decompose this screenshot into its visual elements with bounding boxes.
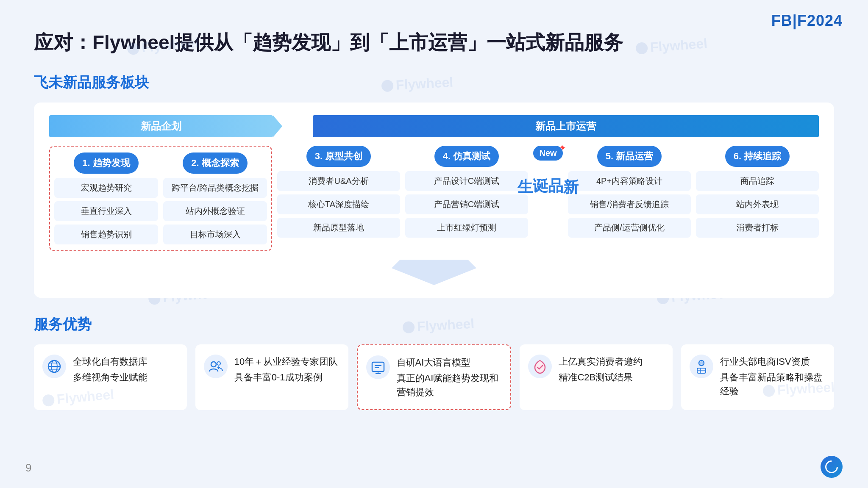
adv-line-2-1: 10年＋从业经验专家团队: [234, 355, 338, 369]
svg-point-6: [211, 362, 216, 367]
banner-left: 新品企划: [49, 115, 273, 137]
new-birth-section: New ✦ 新品诞生: [533, 146, 563, 251]
advantages-cards: 全球化自有数据库 多维视角专业赋能 10年＋: [34, 344, 834, 410]
adv-line-3-2: 真正的AI赋能趋势发现和营销提效: [397, 371, 502, 399]
adv-line-5-2: 具备丰富新品策略和操盘经验: [720, 370, 826, 398]
step3-header: 3. 原型共创: [306, 146, 371, 167]
svg-rect-10: [372, 362, 384, 372]
steps-row: 1. 趋势发现 宏观趋势研究 垂直行业深入 销售趋势识别 2. 概念探索 跨平台…: [49, 146, 819, 251]
banner-right: 新品上市运营: [313, 115, 819, 137]
adv-icon-2: [204, 355, 228, 378]
step-block-2: 2. 概念探索 跨平台/跨品类概念挖掘 站内外概念验证 目标市场深入: [163, 152, 267, 244]
step5-item-2: 销售/消费者反馈追踪: [568, 194, 691, 214]
adv-line-2-2: 具备丰富0-1成功案例: [234, 370, 338, 384]
step2-items: 跨平台/跨品类概念挖掘 站内外概念验证 目标市场深入: [163, 178, 267, 244]
adv-line-1-2: 多维视角专业赋能: [73, 370, 147, 384]
main-title: 应对：Flywheel提供从「趋势发现」到「上市运营」一站式新品服务: [34, 30, 834, 56]
step5-item-1: 4P+内容策略设计: [568, 171, 691, 191]
step-block-4: 4. 仿真测试 产品设计C端测试 产品营销C端测试 上市红绿灯预测: [405, 146, 528, 251]
step-block-6: 6. 持续追踪 商品追踪 站内外表现 消费者打标: [696, 146, 819, 251]
adv-line-4-2: 精准C2B测试结果: [559, 370, 643, 384]
banner-right-label: 新品上市运营: [535, 119, 596, 133]
step6-item-2: 站内外表现: [696, 194, 819, 214]
step5-header: 5. 新品运营: [597, 146, 662, 167]
step2-item-2: 站内外概念验证: [163, 201, 267, 221]
flow-container: 新品企划 新品上市运营 1. 趋势发现 宏观趋势研究: [34, 103, 834, 298]
fbif-logo-text: FB|F2024: [771, 12, 843, 29]
step4-items: 产品设计C端测试 产品营销C端测试 上市红绿灯预测: [405, 171, 528, 238]
step-block-3: 3. 原型共创 消费者U&A分析 核心TA深度描绘 新品原型落地: [277, 146, 400, 251]
new-badge: New ✦: [533, 146, 562, 161]
step1-items: 宏观趋势研究 垂直行业深入 销售趋势识别: [54, 178, 158, 244]
step1-item-1: 宏观趋势研究: [54, 178, 158, 198]
step6-items: 商品追踪 站内外表现 消费者打标: [696, 171, 819, 238]
adv-icon-4: [528, 355, 552, 378]
step1-item-3: 销售趋势识别: [54, 225, 158, 244]
step-block-5: 5. 新品运营 4P+内容策略设计 销售/消费者反馈追踪 产品侧/运营侧优化: [568, 146, 691, 251]
section1-title: 飞未新品服务板块: [34, 73, 834, 92]
adv-line-4-1: 上亿真实消费者邀约: [559, 355, 643, 369]
step2-item-1: 跨平台/跨品类概念挖掘: [163, 178, 267, 198]
adv-text-1: 全球化自有数据库 多维视角专业赋能: [73, 355, 147, 384]
page-number: 9: [25, 461, 31, 474]
step3-item-3: 新品原型落地: [277, 218, 400, 238]
new-vertical-text: 新品诞生: [517, 166, 579, 169]
adv-card-1: 全球化自有数据库 多维视角专业赋能: [34, 344, 187, 410]
step5-items: 4P+内容策略设计 销售/消费者反馈追踪 产品侧/运营侧优化: [568, 171, 691, 238]
advantages-section: 服务优势 全球化自有数据库 多维视角专业赋能: [34, 315, 834, 410]
adv-line-5-1: 行业头部电商ISV资质: [720, 355, 826, 369]
step5-item-3: 产品侧/运营侧优化: [568, 218, 691, 238]
step1-item-2: 垂直行业深入: [54, 201, 158, 221]
step4-header: 4. 仿真测试: [434, 146, 499, 167]
bottom-right-icon: [821, 456, 843, 478]
adv-card-5: 行业头部电商ISV资质 具备丰富新品策略和操盘经验: [681, 344, 834, 410]
adv-line-1-1: 全球化自有数据库: [73, 355, 147, 369]
adv-card-3: 自研AI大语言模型 真正的AI赋能趋势发现和营销提效: [357, 344, 512, 410]
step2-header: 2. 概念探索: [183, 152, 247, 174]
step6-item-3: 消费者打标: [696, 218, 819, 238]
step3-items: 消费者U&A分析 核心TA深度描绘 新品原型落地: [277, 171, 400, 238]
adv-card-2: 10年＋从业经验专家团队 具备丰富0-1成功案例: [195, 344, 348, 410]
adv-text-5: 行业头部电商ISV资质 具备丰富新品策略和操盘经验: [720, 355, 826, 398]
adv-icon-5: [690, 355, 713, 378]
adv-text-4: 上亿真实消费者邀约 精准C2B测试结果: [559, 355, 643, 384]
step6-item-1: 商品追踪: [696, 171, 819, 191]
banner-left-label: 新品企划: [141, 119, 181, 133]
step3-item-1: 消费者U&A分析: [277, 171, 400, 191]
step4-item-1: 产品设计C端测试: [405, 171, 528, 191]
section2-title: 服务优势: [34, 315, 834, 334]
divider-arrow: [49, 260, 819, 285]
step3-item-2: 核心TA深度描绘: [277, 194, 400, 214]
new-badge-text: New: [539, 148, 556, 158]
svg-point-7: [217, 362, 220, 365]
svg-marker-0: [392, 260, 476, 285]
adv-text-2: 10年＋从业经验专家团队 具备丰富0-1成功案例: [234, 355, 338, 384]
step6-header: 6. 持续追踪: [725, 146, 790, 167]
adv-icon-1: [42, 355, 66, 378]
adv-line-3-1: 自研AI大语言模型: [397, 355, 502, 369]
banners-row: 新品企划 新品上市运营: [49, 115, 819, 137]
step4-item-3: 上市红绿灯预测: [405, 218, 528, 238]
step4-item-2: 产品营销C端测试: [405, 194, 528, 214]
step2-item-3: 目标市场深入: [163, 225, 267, 244]
fbif-logo: FB|F2024: [771, 12, 843, 30]
step-block-1: 1. 趋势发现 宏观趋势研究 垂直行业深入 销售趋势识别: [54, 152, 158, 244]
adv-card-4: 上亿真实消费者邀约 精准C2B测试结果: [520, 344, 673, 410]
svg-rect-16: [697, 368, 706, 373]
dashed-steps-12: 1. 趋势发现 宏观趋势研究 垂直行业深入 销售趋势识别 2. 概念探索 跨平台…: [49, 146, 272, 251]
adv-icon-3: [366, 355, 390, 379]
adv-text-3: 自研AI大语言模型 真正的AI赋能趋势发现和营销提效: [397, 355, 502, 399]
step1-header: 1. 趋势发现: [74, 152, 138, 174]
main-content: 应对：Flywheel提供从「趋势发现」到「上市运营」一站式新品服务 飞未新品服…: [0, 0, 868, 444]
